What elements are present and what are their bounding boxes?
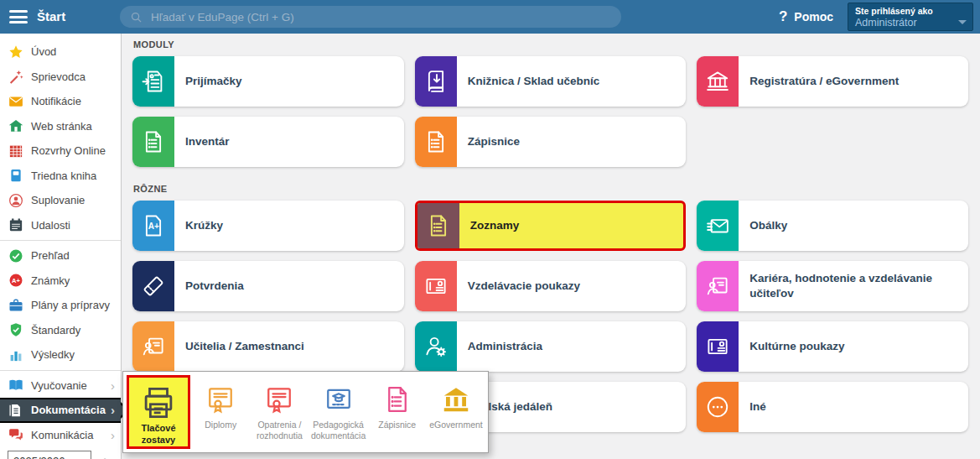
edupage-app: Štart ? Pomoc Ste prihlásený ako Adminis…: [0, 0, 980, 459]
help-button[interactable]: ? Pomoc: [779, 8, 833, 25]
tile-prijimacky[interactable]: Prijímačky: [132, 56, 404, 107]
moduly-tile-grid: PrijímačkyKnižnica / Sklad učebnícRegist…: [132, 56, 968, 167]
sidebar-item-rozvrhy-online[interactable]: Rozvrhy Online: [0, 138, 121, 164]
sidebar-item-label: Notifikácie: [31, 95, 81, 107]
popup-item-diplomy[interactable]: Diplomy: [192, 375, 249, 449]
school-year-select[interactable]: 2025/2026: [8, 451, 91, 459]
tile-label: Obálky: [739, 201, 796, 251]
sidebar-item-plany-a-pripravy[interactable]: Plány a prípravy: [0, 293, 121, 318]
sidebar-item-vyucovanie[interactable]: Vyučovanie›: [0, 373, 121, 399]
sidebar-item-standardy[interactable]: Štandardy: [0, 318, 121, 343]
tile-label: Vzdelávacie poukazy: [457, 261, 589, 311]
grade-circle-icon: A+: [8, 273, 23, 288]
tile-potvrdenia[interactable]: Potvrdenia: [132, 261, 404, 311]
dots-circle-icon: [697, 382, 739, 432]
sidebar-item-prehlad[interactable]: Prehľad: [0, 243, 121, 269]
sidebar-item-triedna-kniha[interactable]: Triedna kniha: [0, 164, 121, 189]
sidebar-item-uvod[interactable]: Úvod: [0, 39, 121, 65]
book-down-icon: [415, 56, 457, 107]
documentation-submenu-popup: Tlačové zostavyDiplomyOpatrenia / rozhod…: [122, 371, 489, 453]
tile-vzdelavacie-poukazy[interactable]: Vzdelávacie poukazy: [415, 261, 687, 311]
popup-item-zapisnice[interactable]: Zápisnice: [369, 375, 426, 449]
sidebar-item-udalosti[interactable]: Udalosti: [0, 213, 121, 238]
mail-icon: [8, 94, 23, 109]
tile-label: Zoznamy: [459, 203, 528, 248]
shield-icon: [8, 322, 23, 337]
sidebar-item-label: Web stránka: [31, 120, 92, 133]
sidebar-item-suplovanie[interactable]: Suplovanie: [0, 188, 121, 213]
tile-label: Kariéra, hodnotenie a vzdelávanie učiteľ…: [739, 261, 968, 311]
notebook-icon: [8, 168, 23, 183]
tile-label: Inventár: [174, 117, 238, 167]
sidebar-item-label: Sprievodca: [31, 70, 86, 83]
popup-item-label: eGovernment: [429, 420, 483, 430]
search-input[interactable]: [149, 10, 611, 24]
svg-text:A+: A+: [12, 277, 20, 284]
sidebar-item-label: Triedna kniha: [31, 170, 96, 182]
voucher-icon: [697, 321, 739, 372]
tile-ine[interactable]: Iné: [697, 382, 968, 432]
caret-down-icon: [958, 20, 967, 24]
tile-kariera-hodnotenie-a-vzdelavanie-ucitelov[interactable]: Kariéra, hodnotenie a vzdelávanie učiteľ…: [697, 261, 968, 311]
sidebar-item-komunikacia[interactable]: Komunikácia›: [0, 423, 121, 448]
doc-list-icon: [382, 382, 412, 417]
sidebar-item-dokumentacia[interactable]: Dokumentácia›: [0, 398, 121, 423]
sidebar-divider: [0, 370, 121, 371]
ticket-icon: [132, 261, 174, 311]
svg-text:A+: A+: [148, 222, 159, 231]
chat-icon: [8, 427, 23, 442]
sidebar-item-label: Úvod: [31, 45, 56, 58]
sidebar-item-label: Vyučovanie: [31, 379, 87, 392]
tile-kruzky[interactable]: A+Krúžky: [132, 201, 404, 251]
tile-zapisnice[interactable]: Zápisnice: [415, 117, 687, 167]
tile-inventar[interactable]: Inventár: [132, 117, 404, 167]
bars-icon: [8, 347, 23, 363]
popup-item-tlacove-zostavy[interactable]: Tlačové zostavy: [127, 375, 190, 449]
start-menu-label[interactable]: Štart: [37, 9, 65, 23]
sidebar-item-label: Rozvrhy Online: [31, 144, 106, 157]
search-bar[interactable]: [120, 6, 621, 28]
voucher-icon: [415, 261, 457, 311]
tile-kniznica-sklad-ucebnic[interactable]: Knižnica / Sklad učebníc: [415, 56, 687, 107]
sidebar-footer: 2025/2026 ‹: [8, 451, 121, 459]
tile-label: Potvrdenia: [174, 261, 252, 311]
sidebar-item-vysledky[interactable]: Výsledky: [0, 342, 121, 368]
logged-in-as-label: Ste prihlásený ako: [855, 6, 966, 17]
doc-arrow-icon: [132, 56, 174, 107]
sidebar-item-znamky[interactable]: A+Známky: [0, 269, 121, 294]
sidebar-divider: [0, 240, 121, 241]
menu-icon[interactable]: [9, 10, 28, 23]
collapse-sidebar-icon[interactable]: ‹: [101, 452, 106, 459]
sidebar-nav: ÚvodSprievodcaNotifikácieWeb stránkaRozv…: [0, 34, 121, 447]
sidebar-item-label: Štandardy: [31, 324, 80, 336]
home-icon: [8, 118, 23, 133]
sidebar-item-notifikacie[interactable]: Notifikácie: [0, 89, 121, 114]
sidebar-item-label: Plány a prípravy: [31, 299, 110, 311]
section-label-rozne: RÔZNE: [133, 184, 968, 194]
popup-item-opatrenia-rozhodnutia[interactable]: Opatrenia / rozhodnutia: [251, 375, 308, 449]
search-icon: [130, 11, 143, 23]
chevron-right-icon: ›: [111, 429, 121, 441]
chevron-right-icon: ›: [111, 379, 121, 392]
grid-icon: [8, 143, 23, 159]
calendar-icon: [8, 217, 23, 232]
sidebar-item-label: Suplovanie: [31, 194, 85, 206]
sidebar-item-web-stranka[interactable]: Web stránka: [0, 114, 121, 139]
tile-obalky[interactable]: Obálky: [697, 201, 968, 251]
sidebar-item-label: Udalosti: [31, 219, 70, 232]
popup-item-label: Zápisnice: [378, 420, 416, 430]
sidebar-item-sprievodca[interactable]: Sprievodca: [0, 65, 121, 90]
popup-item-egovernment[interactable]: eGovernment: [428, 375, 485, 449]
tile-kulturne-poukazy[interactable]: Kultúrne poukazy: [697, 321, 968, 372]
tile-registratura-egovernment[interactable]: Registratúra / eGovernment: [697, 56, 968, 107]
popup-item-pedagogicka-dokumentacia[interactable]: Pedagogická dokumentácia: [309, 375, 366, 449]
tile-administracia[interactable]: Administrácia: [415, 321, 687, 372]
question-icon: ?: [779, 8, 787, 25]
tile-label: Knižnica / Sklad učebníc: [457, 56, 609, 107]
tile-ucitelia-zamestnanci[interactable]: Učitelia / Zamestnanci: [132, 321, 404, 372]
user-menu[interactable]: Ste prihlásený ako Administrátor: [848, 3, 973, 31]
tile-label: Iné: [739, 382, 775, 432]
tile-zoznamy[interactable]: Zoznamy: [415, 201, 687, 251]
sidebar-item-label: Známky: [31, 274, 70, 287]
school-year-value: 2025/2026: [13, 455, 65, 459]
